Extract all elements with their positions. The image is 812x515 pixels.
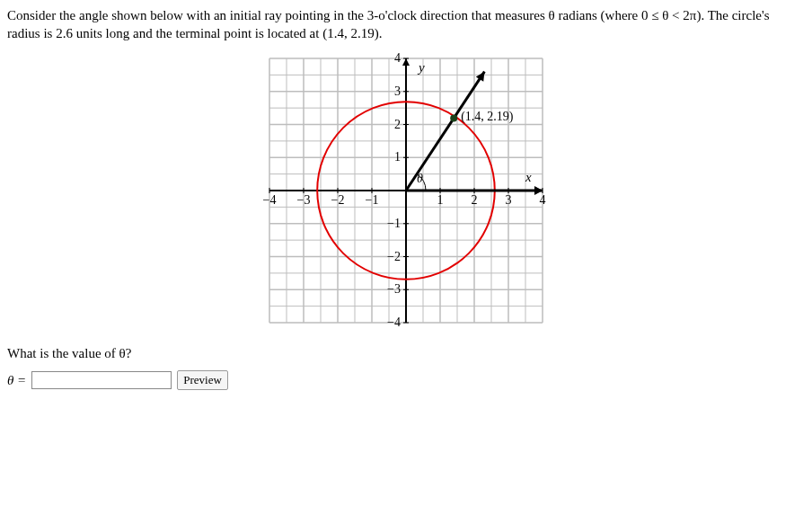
svg-text:−1: −1 (387, 217, 401, 230)
svg-text:θ: θ (417, 172, 423, 185)
svg-marker-37 (402, 58, 410, 66)
theta-input[interactable] (31, 371, 172, 389)
svg-text:−1: −1 (366, 193, 379, 207)
svg-text:4: 4 (540, 193, 546, 207)
svg-text:4: 4 (394, 51, 401, 65)
problem-line-1: Consider the angle shown below with an i… (7, 8, 770, 22)
problem-line-2: radius is 2.6 units long and the termina… (7, 26, 382, 40)
svg-point-76 (450, 115, 457, 122)
theta-equals-label: θ = (7, 373, 26, 388)
svg-text:y: y (417, 60, 425, 75)
svg-text:3: 3 (506, 193, 512, 207)
preview-button[interactable]: Preview (177, 370, 228, 390)
svg-text:−3: −3 (387, 282, 401, 296)
chart-container: −4−3−2−11234−4−3−2−11234θ(1.4, 2.19)xy (7, 51, 805, 330)
svg-text:−2: −2 (331, 193, 345, 207)
svg-text:−3: −3 (297, 193, 311, 207)
svg-text:(1.4, 2.19): (1.4, 2.19) (461, 110, 514, 124)
question-text: What is the value of θ? (7, 346, 805, 361)
question-label: What is the value of θ? (7, 346, 131, 360)
svg-text:−4: −4 (263, 193, 277, 207)
svg-text:x: x (525, 170, 532, 184)
svg-text:1: 1 (437, 193, 444, 207)
problem-text: Consider the angle shown below with an i… (7, 7, 805, 42)
svg-text:2: 2 (472, 193, 478, 207)
svg-text:−2: −2 (387, 250, 401, 263)
answer-row: θ = Preview (7, 370, 805, 390)
svg-text:2: 2 (394, 118, 401, 131)
svg-text:−4: −4 (387, 315, 401, 329)
svg-text:1: 1 (394, 150, 401, 164)
angle-chart: −4−3−2−11234−4−3−2−11234θ(1.4, 2.19)xy (262, 51, 550, 330)
svg-text:3: 3 (394, 84, 401, 98)
